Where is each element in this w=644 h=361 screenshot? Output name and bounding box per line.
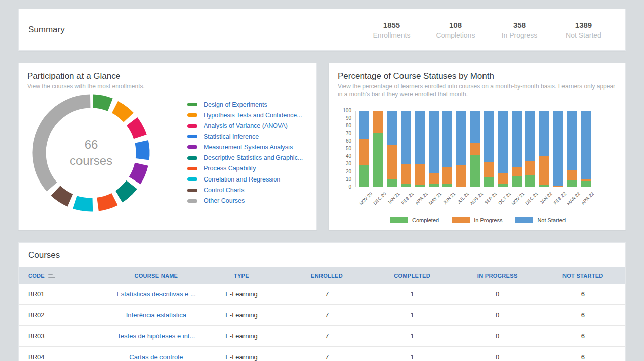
course-name-link[interactable]: Inferência estatística (126, 311, 186, 319)
column-header-label[interactable]: NOT STARTED (562, 273, 603, 279)
stacked-bar[interactable] (415, 111, 425, 187)
bar-segment-in-progress[interactable] (429, 173, 439, 184)
legend-label[interactable]: Statistical Inference (204, 133, 259, 140)
bar-segment-in-progress[interactable] (567, 170, 577, 180)
stacked-bar[interactable] (470, 111, 480, 187)
bar-segment-not-started[interactable] (567, 111, 577, 170)
donut-segment[interactable] (135, 164, 141, 180)
stacked-bar[interactable] (539, 111, 549, 187)
donut-segment[interactable] (142, 142, 143, 159)
bar-segment-not-started[interactable] (484, 111, 494, 162)
bar-segment-in-progress[interactable] (539, 156, 549, 185)
bar-segment-completed[interactable] (470, 155, 480, 187)
course-name-link[interactable]: Cartas de controle (129, 353, 183, 361)
stacked-bar[interactable] (359, 111, 369, 187)
stacked-bar[interactable] (456, 111, 466, 187)
stacked-bar[interactable] (387, 111, 397, 187)
bar-segment-completed[interactable] (401, 184, 411, 187)
bar-segment-completed[interactable] (373, 133, 383, 187)
bar-segment-in-progress[interactable] (484, 162, 494, 177)
donut-segment[interactable] (119, 185, 132, 196)
bar-segment-completed[interactable] (581, 181, 591, 187)
stacked-bar[interactable] (373, 111, 383, 187)
bar-segment-not-started[interactable] (581, 111, 591, 179)
donut-legend-item[interactable]: Statistical Inference (187, 131, 303, 142)
bar-segment-not-started[interactable] (442, 111, 452, 167)
bar-segment-completed[interactable] (484, 177, 494, 187)
stacked-bar[interactable] (553, 111, 563, 187)
stacked-bar[interactable] (442, 111, 452, 187)
column-header-course-name[interactable]: COURSE NAME (114, 273, 199, 279)
donut-legend-item[interactable]: Correlation and Regression (187, 174, 303, 185)
donut-legend-item[interactable]: Control Charts (187, 185, 303, 195)
column-header-not-started[interactable]: NOT STARTED (540, 273, 625, 279)
bar-segment-not-started[interactable] (539, 111, 549, 156)
bar-segment-completed[interactable] (429, 184, 439, 187)
donut-legend-item[interactable]: Other Courses (187, 196, 303, 206)
donut-segment[interactable] (115, 107, 129, 117)
course-name-link[interactable]: Estatísticas descritivas e ... (117, 290, 196, 298)
bar-segment-not-started[interactable] (387, 111, 397, 145)
bar-segment-completed[interactable] (525, 175, 535, 187)
donut-legend-item[interactable]: Measurement Systems Analysis (187, 142, 303, 152)
bar-segment-not-started[interactable] (456, 111, 466, 165)
bar-segment-not-started[interactable] (525, 111, 535, 161)
stacked-bar[interactable] (581, 111, 591, 187)
stacked-bar[interactable] (498, 111, 508, 187)
column-header-label[interactable]: TYPE (234, 273, 249, 279)
legend-label[interactable]: Design of Experiments (204, 101, 267, 108)
bar-segment-not-started[interactable] (429, 111, 439, 173)
bar-segment-completed[interactable] (498, 184, 508, 187)
bar-segment-in-progress[interactable] (442, 167, 452, 184)
bar-segment-not-started[interactable] (401, 111, 411, 164)
course-name-link[interactable]: Testes de hipóteses e int... (117, 332, 195, 340)
donut-segment[interactable] (75, 202, 93, 205)
column-header-completed[interactable]: COMPLETED (369, 273, 455, 279)
bar-segment-not-started[interactable] (498, 111, 508, 173)
donut-chart[interactable] (31, 93, 151, 213)
legend-label[interactable]: Correlation and Regression (204, 176, 280, 183)
bar-segment-completed[interactable] (567, 180, 577, 187)
column-header-label[interactable]: COURSE NAME (134, 273, 178, 279)
bar-segment-in-progress[interactable] (415, 164, 425, 185)
stacked-bar[interactable] (484, 111, 494, 187)
column-header-type[interactable]: TYPE (199, 273, 284, 279)
bar-segment-in-progress[interactable] (456, 165, 466, 187)
sort-icon[interactable] (48, 274, 55, 278)
stacked-bar[interactable] (429, 111, 439, 187)
legend-label[interactable]: Measurement Systems Analysis (204, 144, 293, 151)
bar-segment-in-progress[interactable] (512, 167, 522, 176)
stacked-bar[interactable] (401, 111, 411, 187)
stacked-bar[interactable] (525, 111, 535, 187)
bar-segment-in-progress[interactable] (387, 145, 397, 178)
donut-legend-item[interactable]: Descriptive Statistics and Graphic... (187, 152, 303, 163)
legend-label[interactable]: Process Capability (204, 165, 256, 172)
bar-segment-completed[interactable] (415, 185, 425, 187)
column-header-label[interactable]: ENROLLED (311, 273, 343, 279)
bar-segment-in-progress[interactable] (401, 164, 411, 185)
column-header-in-progress[interactable]: IN PROGRESS (455, 273, 540, 279)
legend-label[interactable]: Control Charts (204, 187, 245, 194)
column-header-enrolled[interactable]: ENROLLED (284, 273, 370, 279)
donut-segment[interactable] (98, 199, 114, 204)
bar-segment-completed[interactable] (387, 179, 397, 187)
legend-label[interactable]: Other Courses (204, 197, 245, 204)
stacked-bar[interactable] (567, 111, 577, 187)
legend-label[interactable]: Hypothesis Tests and Confidence... (204, 112, 302, 119)
column-header-label[interactable]: IN PROGRESS (477, 273, 518, 279)
donut-legend-item[interactable]: Design of Experiments (187, 99, 303, 110)
column-header-code[interactable]: CODE (19, 273, 114, 279)
bar-segment-in-progress[interactable] (498, 173, 508, 184)
bar-segment-in-progress[interactable] (553, 186, 563, 187)
donut-legend-item[interactable]: Analysis of Variance (ANOVA) (187, 121, 303, 131)
bar-segment-not-started[interactable] (415, 111, 425, 164)
bar-segment-in-progress[interactable] (359, 139, 369, 165)
bar-segment-not-started[interactable] (512, 111, 522, 167)
column-header-label[interactable]: CODE (28, 273, 45, 279)
bar-segment-completed[interactable] (539, 185, 549, 187)
donut-segment[interactable] (39, 101, 90, 187)
donut-segment[interactable] (93, 101, 110, 105)
donut-segment[interactable] (132, 121, 140, 137)
donut-legend-item[interactable]: Hypothesis Tests and Confidence... (187, 110, 303, 120)
bar-segment-not-started[interactable] (553, 111, 563, 186)
